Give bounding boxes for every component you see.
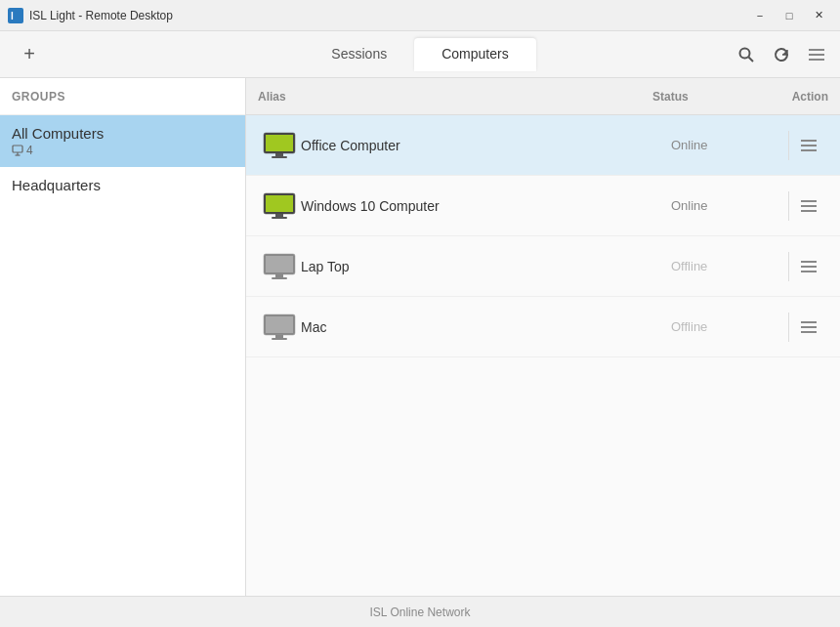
- svg-rect-18: [272, 277, 287, 279]
- add-tab-button[interactable]: +: [16, 41, 43, 68]
- computer-list: Alias Status Action Office Computer Onli…: [246, 78, 840, 596]
- svg-rect-8: [266, 135, 293, 151]
- row-menu-mac[interactable]: [789, 321, 828, 333]
- computer-name-laptop: Lap Top: [301, 259, 671, 274]
- headquarters-label: Headquarters: [12, 177, 101, 193]
- list-header: Alias Status Action: [246, 78, 840, 115]
- hamburger-icon: [809, 49, 824, 61]
- computer-icon-mac: [258, 313, 301, 342]
- tabs-container: Sessions Computers: [304, 38, 535, 71]
- svg-rect-14: [272, 217, 287, 219]
- refresh-button[interactable]: [766, 39, 797, 70]
- window-controls: − □ ✕: [746, 5, 832, 26]
- groups-label: Groups: [12, 90, 65, 104]
- sidebar-header: Groups: [0, 78, 245, 115]
- computer-status-office: Online: [671, 138, 788, 152]
- computer-icon-office: [258, 131, 301, 160]
- search-button[interactable]: [731, 39, 762, 70]
- monitor-icon-offline: [262, 252, 297, 281]
- sidebar-item-all-computers[interactable]: All Computers 4: [0, 115, 245, 167]
- svg-line-3: [749, 57, 754, 62]
- row-menu-office[interactable]: [789, 140, 828, 151]
- maximize-button[interactable]: □: [776, 5, 803, 26]
- monitor-icon-online-2: [262, 191, 297, 221]
- monitor-small-icon: [12, 145, 23, 156]
- tab-bar-actions: [731, 39, 832, 70]
- app-icon: I: [8, 8, 23, 23]
- main-content: Groups All Computers 4 Headquarters: [0, 78, 840, 596]
- monitor-icon-online: [262, 131, 297, 160]
- svg-rect-10: [272, 156, 287, 158]
- sidebar-item-headquarters[interactable]: Headquarters: [0, 167, 245, 203]
- tab-bar: + Sessions Computers: [0, 31, 840, 78]
- computer-status-laptop: Offline: [671, 259, 788, 273]
- computer-status-windows: Online: [671, 198, 788, 213]
- alias-header: Alias: [258, 90, 652, 104]
- row-menu-windows[interactable]: [789, 200, 828, 212]
- tab-computers[interactable]: Computers: [414, 38, 535, 71]
- row-menu-laptop[interactable]: [789, 261, 828, 272]
- svg-rect-16: [266, 256, 293, 272]
- tab-sessions[interactable]: Sessions: [304, 38, 414, 71]
- svg-rect-17: [275, 274, 283, 277]
- svg-point-2: [740, 48, 750, 58]
- all-computers-label: All Computers: [12, 125, 104, 142]
- all-computers-count: 4: [12, 144, 104, 157]
- computer-status-mac: Offline: [671, 319, 788, 334]
- footer: ISL Online Network: [0, 596, 840, 627]
- svg-rect-22: [272, 338, 287, 340]
- menu-button[interactable]: [801, 39, 832, 70]
- computer-name-mac: Mac: [301, 319, 671, 335]
- svg-rect-12: [266, 195, 293, 212]
- close-button[interactable]: ✕: [805, 5, 832, 26]
- refresh-icon: [773, 46, 790, 63]
- status-header: Status: [652, 90, 770, 104]
- computer-row-office[interactable]: Office Computer Online: [246, 115, 840, 176]
- footer-label: ISL Online Network: [370, 606, 471, 619]
- computer-icon-laptop: [258, 252, 301, 281]
- action-header: Action: [770, 90, 828, 104]
- svg-text:I: I: [11, 11, 14, 21]
- svg-rect-4: [13, 146, 22, 152]
- sidebar: Groups All Computers 4 Headquarters: [0, 78, 246, 596]
- svg-rect-9: [275, 153, 283, 156]
- computer-row-windows[interactable]: Windows 10 Computer Online: [246, 176, 840, 236]
- computer-row-laptop[interactable]: Lap Top Offline: [246, 236, 840, 297]
- minimize-button[interactable]: −: [746, 5, 774, 26]
- computer-name-office: Office Computer: [301, 138, 671, 153]
- computer-icon-windows: [258, 191, 301, 221]
- svg-rect-13: [275, 214, 283, 217]
- svg-rect-20: [266, 316, 293, 333]
- title-bar: I ISL Light - Remote Desktop − □ ✕: [0, 0, 840, 31]
- computer-row-mac[interactable]: Mac Offline: [246, 297, 840, 357]
- monitor-icon-offline-2: [262, 313, 297, 342]
- computer-name-windows: Windows 10 Computer: [301, 198, 671, 214]
- search-icon: [737, 46, 755, 63]
- window-title: ISL Light - Remote Desktop: [29, 9, 746, 22]
- svg-rect-21: [275, 335, 283, 338]
